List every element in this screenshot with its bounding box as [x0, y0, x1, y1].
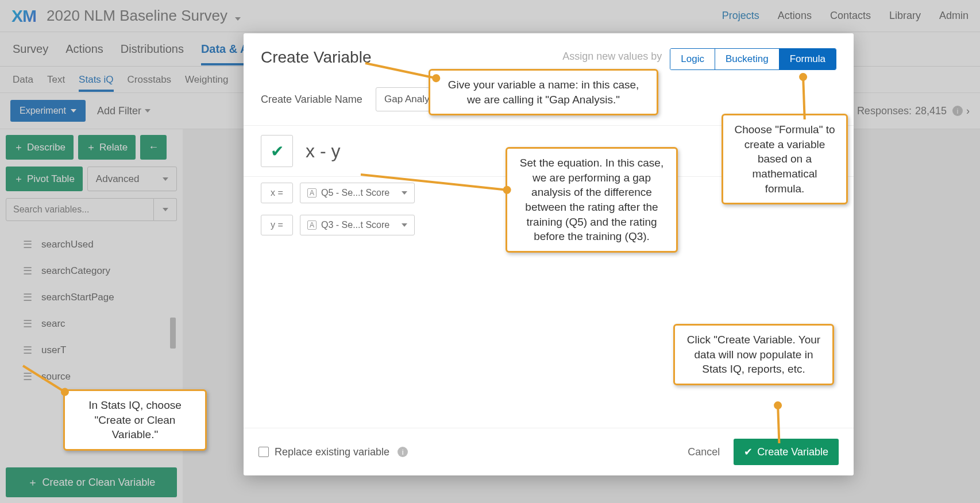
assign-values-by-label: Assign new values by	[562, 51, 662, 63]
x-variable-select[interactable]: A Q5 - Se...t Score	[300, 183, 415, 203]
seg-logic[interactable]: Logic	[670, 49, 715, 69]
info-icon[interactable]: i	[398, 447, 408, 457]
callout-formula-mode: Choose "Formula" to create a variable ba…	[722, 114, 848, 204]
callout-name: Give your variable a name: in this case,…	[429, 69, 658, 115]
replace-existing-label: Replace existing variable	[275, 446, 389, 458]
callout-equation: Set the equation. In this case, we are p…	[506, 147, 678, 253]
variable-name-label: Create Variable Name	[261, 94, 364, 106]
x-equals-badge: x =	[261, 183, 293, 203]
text-type-icon: A	[307, 220, 317, 230]
y-variable-value: Q3 - Se...t Score	[321, 220, 389, 230]
assign-mode-segmented: Logic Bucketing Formula	[670, 48, 836, 70]
replace-existing-checkbox[interactable]	[258, 447, 269, 457]
seg-bucketing[interactable]: Bucketing	[715, 49, 780, 69]
formula-expression[interactable]: x - y	[300, 141, 340, 162]
callout-stats-iq: In Stats IQ, choose "Create or Clean Var…	[63, 389, 207, 451]
modal-title: Create Variable	[261, 48, 371, 67]
callout-create: Click "Create Variable. Your data will n…	[673, 324, 834, 385]
x-variable-value: Q5 - Se...t Score	[321, 188, 389, 198]
y-variable-select[interactable]: A Q3 - Se...t Score	[300, 215, 415, 235]
y-equals-badge: y =	[261, 215, 293, 235]
seg-formula[interactable]: Formula	[780, 49, 836, 69]
create-variable-button[interactable]: ✔ Create Variable	[734, 439, 839, 465]
formula-valid-icon: ✔	[261, 135, 293, 167]
caret-down-icon	[402, 223, 407, 227]
create-variable-label: Create Variable	[757, 446, 828, 458]
caret-down-icon	[402, 191, 407, 195]
cancel-button[interactable]: Cancel	[680, 442, 728, 463]
text-type-icon: A	[307, 188, 317, 198]
